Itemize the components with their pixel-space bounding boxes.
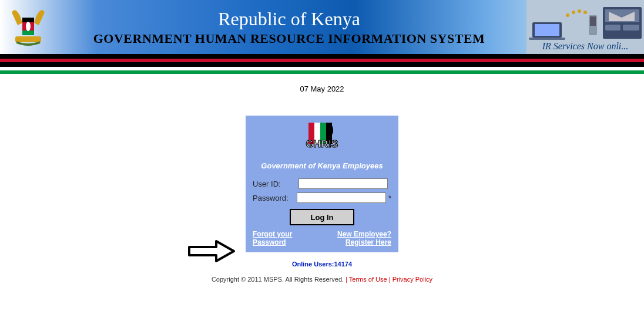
svg-rect-16: [605, 25, 620, 31]
password-input[interactable]: [297, 192, 386, 203]
pointer-arrow-icon: [187, 240, 236, 262]
current-date: 07 May 2022: [0, 84, 644, 93]
svg-point-11: [583, 11, 587, 14]
svg-rect-17: [623, 25, 639, 31]
privacy-policy-link[interactable]: Privacy Policy: [393, 276, 432, 283]
stripe-black-bottom: [0, 62, 644, 67]
stripe-black-top: [0, 54, 644, 59]
coat-of-arms-icon: [5, 4, 52, 50]
login-container: GHR!S Government of Kenya Employees User…: [0, 116, 644, 252]
login-panel-subtitle: Government of Kenya Employees: [253, 161, 391, 170]
svg-point-8: [566, 13, 569, 17]
svg-point-10: [578, 9, 581, 13]
user-id-input[interactable]: [298, 178, 388, 189]
login-button[interactable]: Log In: [290, 209, 354, 225]
login-panel: GHR!S Government of Kenya Employees User…: [246, 116, 398, 252]
online-users-status: Online Users:14174: [0, 261, 644, 268]
svg-point-9: [572, 11, 575, 14]
stripe-green: [0, 70, 644, 74]
register-link[interactable]: New Employee?Register Here: [337, 230, 391, 246]
header-title-sub: GOVERNMENT HUMAN RESOURCE INFORMATION SY…: [52, 31, 526, 46]
svg-text:GHR!S: GHR!S: [306, 138, 338, 150]
password-row: Password: *: [253, 192, 391, 203]
password-label: Password:: [253, 194, 297, 202]
header-banner: Republic of Kenya GOVERNMENT HUMAN RESOU…: [0, 0, 644, 54]
terms-of-use-link[interactable]: Terms of Use: [349, 276, 387, 283]
svg-rect-4: [15, 36, 41, 42]
svg-rect-2: [22, 31, 34, 35]
header-title-main: Republic of Kenya: [52, 8, 526, 30]
header-right-promo: IR Services Now onli...: [526, 0, 644, 54]
required-asterisk: *: [388, 194, 391, 202]
forgot-password-link[interactable]: Forgot yourPassword: [253, 230, 292, 246]
svg-point-3: [26, 22, 31, 31]
ghris-logo-icon: GHR!S: [253, 121, 391, 157]
svg-rect-1: [22, 18, 34, 22]
svg-rect-6: [535, 24, 559, 36]
footer-copyright: Copyright © 2011 MSPS. All Rights Reserv…: [212, 276, 344, 283]
login-links-row: Forgot yourPassword New Employee?Registe…: [253, 230, 391, 246]
user-id-row: User ID:: [253, 178, 391, 189]
user-id-label: User ID:: [253, 180, 298, 188]
header-right-tagline: IR Services Now onli...: [542, 41, 629, 52]
svg-rect-13: [590, 16, 596, 26]
footer: Copyright © 2011 MSPS. All Rights Reserv…: [0, 276, 644, 283]
svg-rect-7: [529, 38, 565, 40]
